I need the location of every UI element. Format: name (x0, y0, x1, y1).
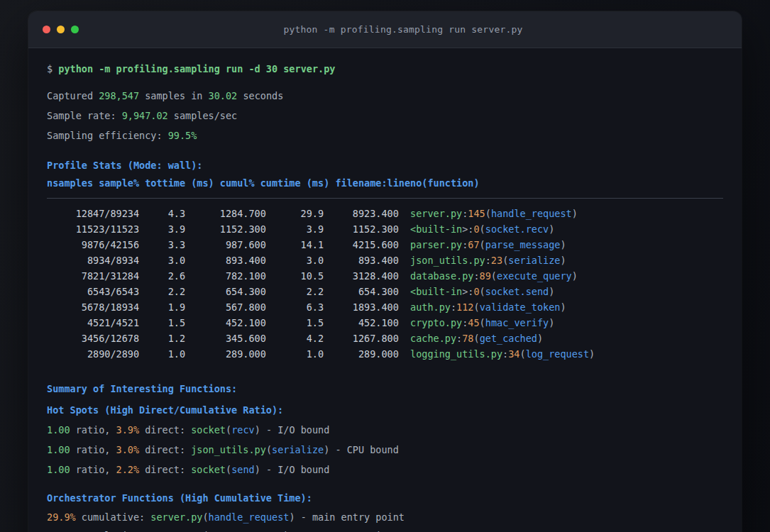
table-row-8-seg: ) (537, 333, 543, 344)
capture-stat-line-0-seg: 298,547 (99, 90, 139, 101)
hot-spot-line-2-seg: ( (226, 464, 231, 475)
hot-spot-line-2-seg: 1.00 (47, 464, 70, 475)
table-row-4-seg: ) (572, 270, 578, 282)
minimize-button[interactable] (57, 26, 65, 33)
table-row-1-seg: ( (480, 223, 485, 235)
hot-spot-line-2: 1.00 ratio, 2.2% direct: socket(send) - … (47, 460, 723, 480)
hot-spot-line-1-seg: ratio, (70, 444, 116, 455)
orchestrator-line-0: 29.9% cumulative: server.py(handle_reque… (47, 508, 723, 526)
table-row-3-seg: json_utils.py (410, 255, 485, 266)
table-row-7: 4521/4521 1.5 452.100 1.5 452.100 crypto… (47, 315, 723, 331)
table-row-5-seg: 0 (473, 286, 479, 297)
hot-spot-line-0-seg: ) (255, 424, 260, 436)
table-row-7-seg: hmac_verify (485, 317, 549, 328)
table-row-6-seg: ( (473, 301, 479, 313)
table-row-8-seg: ( (473, 333, 479, 344)
table-row-7-seg: crypto.py (410, 317, 462, 328)
table-row-8: 3456/12678 1.2 345.600 4.2 1267.800 cach… (47, 331, 723, 346)
table-row-0: 12847/89234 4.3 1284.700 29.9 8923.400 s… (47, 206, 723, 221)
hot-spots-title: Hot Spots (High Direct/Cumulative Ratio)… (47, 400, 723, 420)
hot-spot-line-1-seg: direct: (139, 444, 191, 455)
hot-spots-title-seg: Hot Spots (High Direct/Cumulative Ratio)… (47, 404, 283, 416)
hot-spot-line-2-seg: socket (191, 464, 226, 475)
window-title: python -m profiling.sampling run server.… (79, 24, 727, 35)
table-row-9-seg: log_request (526, 348, 589, 360)
table-row-2-seg: 9876/42156 3.3 987.600 14.1 4215.600 (47, 239, 410, 250)
table-row-6-seg: auth.py (410, 301, 451, 313)
hot-spot-line-2-seg: send (231, 464, 255, 475)
hot-spot-line-1-seg: json_utils.py (191, 444, 266, 455)
table-row-3-seg: ) (560, 255, 566, 266)
capture-stat-line-0: Captured 298,547 samples in 30.02 second… (47, 86, 723, 106)
table-row-8-seg: : (456, 333, 462, 344)
table-row-1-seg: >: (462, 223, 473, 235)
table-row-0-seg: handle_request (491, 208, 572, 219)
table-row-3-seg: serialize (508, 255, 560, 266)
table-row-1-seg: 11523/11523 3.9 1152.300 3.9 1152.300 (47, 223, 410, 235)
table-row-7-seg: ) (549, 317, 554, 328)
hot-spot-line-1-seg: serialize (272, 444, 324, 455)
shell-command-line: $ python -m profiling.sampling run -d 30… (47, 59, 723, 79)
orchestrator-line-1: 14.1% cumulative: parser.py(parse_messag… (47, 526, 723, 532)
table-row-0-seg: ( (485, 208, 491, 219)
capture-stat-line-2-seg: Sampling efficiency: (47, 130, 168, 141)
table-row-6: 5678/18934 1.9 567.800 6.3 1893.400 auth… (47, 299, 723, 315)
table-row-3-seg: : (485, 255, 491, 266)
table-row-3-seg: 23 (491, 255, 502, 266)
hot-spot-line-2-seg: ) (255, 464, 260, 475)
table-row-8-seg: 78 (462, 333, 473, 344)
hot-spot-line-1-seg: ( (266, 444, 272, 455)
table-row-5-seg: >: (462, 286, 473, 297)
orchestrator-line-0-seg: 29.9% (47, 511, 76, 523)
table-row-0-seg: 12847/89234 4.3 1284.700 29.9 8923.400 (47, 208, 410, 219)
table-row-4-seg: : (473, 270, 479, 282)
capture-stat-line-2: Sampling efficiency: 99.5% (47, 126, 723, 145)
profile-stats-title-seg: Profile Stats (Mode: wall): (47, 160, 202, 171)
hot-spot-line-1-seg: - CPU bound (329, 444, 399, 455)
table-row-5-seg: socket.send (485, 286, 549, 297)
table-divider (47, 198, 723, 199)
table-row-0-seg: server.py (410, 208, 462, 219)
table-row-8-seg: cache.py (410, 333, 456, 344)
orchestrator-line-0-seg: ( (202, 511, 208, 523)
table-row-8-seg: get_cached (480, 333, 537, 344)
table-row-7-seg: ( (480, 317, 485, 328)
window-controls (43, 26, 79, 33)
shell-command-line-seg: python -m profiling.sampling run -d 30 s… (58, 63, 335, 74)
capture-stat-line-0-seg: seconds (237, 90, 283, 101)
hot-spot-line-0-seg: 3.9% (116, 424, 140, 436)
capture-stat-line-1-seg: 9,947.02 (122, 110, 168, 121)
maximize-button[interactable] (71, 26, 79, 33)
table-columns-header: nsamples sample% tottime (ms) cumul% cum… (47, 175, 723, 191)
table-columns-header-seg: nsamples sample% tottime (ms) cumul% cum… (47, 177, 480, 189)
hot-spot-line-0-seg: ratio, (70, 424, 116, 436)
table-row-4-seg: 89 (480, 270, 491, 282)
table-row-9-seg: 2890/2890 1.0 289.000 1.0 289.000 (47, 348, 410, 360)
hot-spot-line-2-seg: direct: (139, 464, 191, 475)
table-row-1: 11523/11523 3.9 1152.300 3.9 1152.300 <b… (47, 221, 723, 237)
table-row-5-seg: ( (480, 286, 485, 297)
table-row-2-seg: parser.py (410, 239, 462, 250)
capture-stat-line-0-seg: Captured (47, 90, 99, 101)
table-row-5-seg: ) (549, 286, 554, 297)
close-button[interactable] (43, 26, 50, 33)
table-row-6-seg: validate_token (480, 301, 561, 313)
table-row-5-seg: 6543/6543 2.2 654.300 2.2 654.300 (47, 286, 410, 297)
table-row-9-seg: : (502, 348, 508, 360)
table-row-2-seg: ( (480, 239, 485, 250)
table-row-4-seg: database.py (410, 270, 473, 282)
table-row-9: 2890/2890 1.0 289.000 1.0 289.000 loggin… (47, 346, 723, 362)
terminal-output[interactable]: $ python -m profiling.sampling run -d 30… (28, 48, 742, 532)
capture-stat-line-1-seg: Sample rate: (47, 110, 122, 121)
shell-command-line-seg: $ (47, 63, 58, 74)
capture-stat-line-1-seg: samples/sec (168, 110, 238, 121)
orchestrator-line-0-seg: cumulative: (76, 511, 151, 523)
table-row-5: 6543/6543 2.2 654.300 2.2 654.300 <built… (47, 284, 723, 299)
table-row-6-seg: : (451, 301, 456, 313)
summary-title: Summary of Interesting Functions: (47, 379, 723, 399)
capture-stat-line-0-seg: 30.02 (209, 90, 238, 101)
orchestrator-line-0-seg: ) (289, 511, 295, 523)
titlebar[interactable]: python -m profiling.sampling run server.… (28, 11, 742, 48)
table-row-1-seg: <built-in (410, 223, 462, 235)
table-row-4-seg: execute_query (497, 270, 572, 282)
